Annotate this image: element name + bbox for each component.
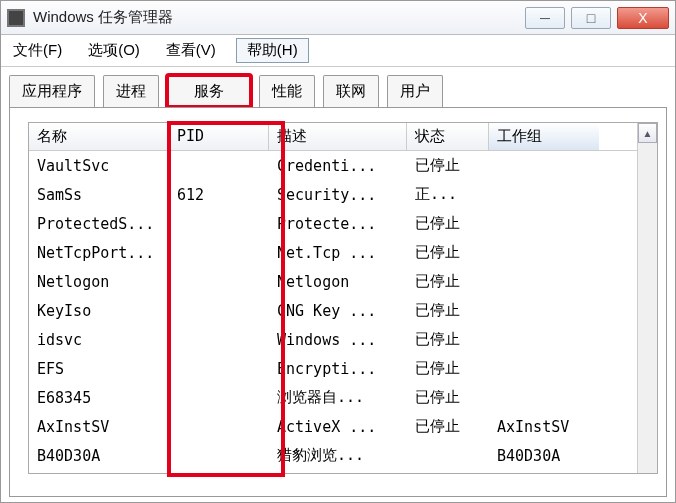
cell-group [489,367,599,371]
cell-group [489,396,599,400]
table-row[interactable]: idsvcWindows ...已停止 [29,325,637,354]
cell-desc: ActiveX ... [269,416,407,438]
cell-state: 已停止 [407,299,489,322]
services-grid: 名称 PID 描述 状态 工作组 VaultSvcCredenti...已停止S… [28,122,658,474]
cell-group [489,338,599,342]
cell-state: 已停止 [407,357,489,380]
scroll-up-button[interactable]: ▲ [638,123,657,143]
cell-pid [169,280,269,284]
tab-users[interactable]: 用户 [387,75,443,107]
cell-group [489,309,599,313]
cell-group [489,164,599,168]
table-row[interactable]: EFSEncrypti...已停止 [29,354,637,383]
menu-options[interactable]: 选项(O) [82,39,146,62]
cell-group [489,222,599,226]
header-description[interactable]: 描述 [269,123,407,150]
close-button[interactable]: X [617,7,669,29]
cell-name: B40D30A [29,445,169,467]
tab-services[interactable]: 服务 [167,75,251,107]
cell-pid [169,309,269,313]
table-row[interactable]: B40D30A猎豹浏览...B40D30A [29,441,637,470]
menubar: 文件(F) 选项(O) 查看(V) 帮助(H) [1,35,675,67]
cell-group [489,193,599,197]
table-row[interactable]: ProtectedS...Protecte...已停止 [29,209,637,238]
cell-pid [169,367,269,371]
table-row[interactable]: NetlogonNetlogon已停止 [29,267,637,296]
table-row[interactable]: KeyIsoCNG Key ...已停止 [29,296,637,325]
cell-desc: 浏览器自... [269,386,407,409]
cell-desc: 猎豹浏览... [269,444,407,467]
header-group[interactable]: 工作组 [489,123,599,150]
minimize-button[interactable]: ─ [525,7,565,29]
cell-name: KeyIso [29,300,169,322]
cell-state: 已停止 [407,328,489,351]
table-row[interactable]: SamSs612Security...正... [29,180,637,209]
cell-desc: Net.Tcp ... [269,242,407,264]
table-row[interactable]: VaultSvcCredenti...已停止 [29,151,637,180]
cell-state: 已停止 [407,241,489,264]
tab-content: 名称 PID 描述 状态 工作组 VaultSvcCredenti...已停止S… [9,107,667,497]
maximize-button[interactable]: □ [571,7,611,29]
table-row[interactable]: NetTcpPort...Net.Tcp ...已停止 [29,238,637,267]
cell-pid [169,454,269,458]
tab-performance[interactable]: 性能 [259,75,315,107]
vertical-scrollbar[interactable]: ▲ [637,123,657,473]
cell-desc: Security... [269,184,407,206]
cell-state: 已停止 [407,415,489,438]
task-manager-window: Windows 任务管理器 ─ □ X 文件(F) 选项(O) 查看(V) 帮助… [0,0,676,503]
cell-name: idsvc [29,329,169,351]
cell-name: Netlogon [29,271,169,293]
cell-pid [169,338,269,342]
cell-desc: Encrypti... [269,358,407,380]
cell-desc: Windows ... [269,329,407,351]
cell-state: 已停止 [407,386,489,409]
cell-name: AxInstSV [29,416,169,438]
cell-group: B40D30A [489,445,599,467]
cell-desc: CNG Key ... [269,300,407,322]
cell-name: VaultSvc [29,155,169,177]
table-row[interactable]: AxInstSVActiveX ...已停止AxInstSV [29,412,637,441]
cell-group [489,280,599,284]
cell-state: 已停止 [407,270,489,293]
menu-help[interactable]: 帮助(H) [236,38,309,63]
tab-processes[interactable]: 进程 [103,75,159,107]
tab-networking[interactable]: 联网 [323,75,379,107]
cell-desc: Credenti... [269,155,407,177]
cell-state: 已停止 [407,212,489,235]
cell-group [489,251,599,255]
cell-desc: Netlogon [269,271,407,293]
cell-name: EFS [29,358,169,380]
menu-file[interactable]: 文件(F) [7,39,68,62]
cell-pid [169,251,269,255]
cell-pid [169,164,269,168]
header-pid[interactable]: PID [169,123,269,150]
cell-pid [169,222,269,226]
cell-name: E68345 [29,387,169,409]
tab-applications[interactable]: 应用程序 [9,75,95,107]
tab-strip: 应用程序 进程 服务 性能 联网 用户 [1,67,675,107]
cell-pid: 612 [169,184,269,206]
cell-state [407,454,489,458]
table-row[interactable]: E68345浏览器自...已停止 [29,383,637,412]
header-name[interactable]: 名称 [29,123,169,150]
cell-desc: Protecte... [269,213,407,235]
cell-pid [169,425,269,429]
cell-name: NetTcpPort... [29,242,169,264]
cell-group: AxInstSV [489,416,599,438]
window-title: Windows 任务管理器 [33,8,525,27]
cell-name: ProtectedS... [29,213,169,235]
app-icon [7,9,25,27]
window-controls: ─ □ X [525,7,669,29]
cell-name: SamSs [29,184,169,206]
rows-container: VaultSvcCredenti...已停止SamSs612Security..… [29,151,637,473]
header-state[interactable]: 状态 [407,123,489,150]
titlebar[interactable]: Windows 任务管理器 ─ □ X [1,1,675,35]
cell-pid [169,396,269,400]
menu-view[interactable]: 查看(V) [160,39,222,62]
column-headers: 名称 PID 描述 状态 工作组 [29,123,637,151]
cell-state: 已停止 [407,154,489,177]
cell-state: 正... [407,183,489,206]
